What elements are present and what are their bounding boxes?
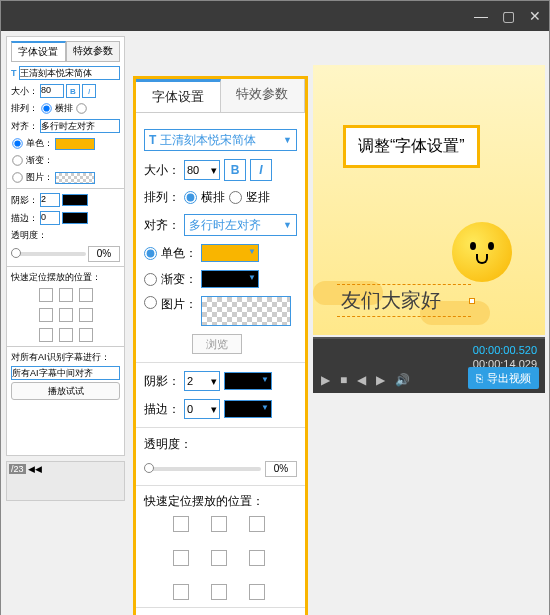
stroke-color[interactable] [224, 400, 272, 418]
play-icon[interactable]: ▶ [321, 373, 330, 387]
label-quickpos-big: 快速定位摆放的位置： [144, 493, 297, 510]
align-select[interactable]: 多行时左对齐▼ [184, 214, 297, 236]
label-solid: 单色： [26, 137, 53, 150]
pos-bc[interactable] [59, 328, 73, 342]
shadow-color[interactable] [224, 372, 272, 390]
pos-ml[interactable] [39, 308, 53, 322]
label-shadow: 阴影： [11, 194, 38, 207]
browse-button[interactable]: 浏览 [192, 334, 242, 354]
label-horiz: 横排 [55, 102, 73, 115]
small-size[interactable]: 80 [40, 84, 64, 98]
pos-mr-big[interactable] [249, 550, 265, 566]
subtitle-text[interactable]: 友们大家好 [337, 284, 471, 317]
small-vert-radio[interactable] [76, 103, 86, 113]
pos-bc-big[interactable] [211, 584, 227, 600]
label-allai: 对所有AI识别字幕进行： [11, 351, 120, 364]
small-solid-radio[interactable] [12, 138, 22, 148]
close-icon[interactable]: ✕ [529, 8, 541, 24]
position-grid [144, 516, 297, 600]
video-preview: 调整“字体设置” 友们大家好 [313, 65, 545, 335]
minimize-icon[interactable]: — [474, 8, 488, 24]
prev-icon[interactable]: ◀ [357, 373, 366, 387]
label-shadow-big: 阴影： [144, 373, 180, 390]
label-stroke: 描边： [11, 212, 38, 225]
image-swatch[interactable] [201, 296, 291, 326]
opacity-slider[interactable] [144, 467, 261, 471]
small-ai-align[interactable]: 所有AI字幕中间对齐 [11, 366, 120, 380]
label-gradient-big: 渐变： [161, 271, 197, 288]
pos-bl[interactable] [39, 328, 53, 342]
pos-br[interactable] [79, 328, 93, 342]
gradient-radio[interactable] [144, 273, 157, 286]
label-align-big: 对齐： [144, 217, 180, 234]
font-size-input[interactable]: 80▾ [184, 160, 220, 180]
bold-button[interactable]: B [66, 84, 80, 98]
label-align: 对齐： [11, 120, 38, 133]
label-quickpos: 快速定位摆放的位置： [11, 271, 120, 284]
label-image: 图片： [26, 171, 53, 184]
italic-button[interactable]: I [82, 84, 96, 98]
pos-tr-big[interactable] [249, 516, 265, 532]
pos-tc[interactable] [59, 288, 73, 302]
font-name: 王清刻本悦宋简体 [160, 133, 256, 147]
pos-mc[interactable] [59, 308, 73, 322]
big-font-panel: 字体设置 特效参数 T 王清刻本悦宋简体▼ 大小： 80▾ B I 排列： 横排… [133, 76, 308, 615]
label-image-big: 图片： [161, 296, 197, 313]
pos-ml-big[interactable] [173, 550, 189, 566]
small-stroke[interactable]: 0 [40, 211, 60, 225]
image-radio[interactable] [144, 296, 157, 309]
vert-radio[interactable] [229, 191, 242, 204]
small-opacity-slider[interactable] [11, 252, 86, 256]
italic-button-big[interactable]: I [250, 159, 272, 181]
volume-icon[interactable]: 🔊 [395, 373, 410, 387]
small-tab-fx[interactable]: 特效参数 [66, 41, 121, 61]
small-image-radio[interactable] [12, 172, 22, 182]
label-layout: 排列： [11, 102, 38, 115]
pos-mr[interactable] [79, 308, 93, 322]
small-shadow-color[interactable] [62, 194, 88, 206]
small-font-select[interactable]: 王清刻本悦宋简体 [19, 66, 121, 80]
gradient-swatch[interactable] [201, 270, 259, 288]
pos-bl-big[interactable] [173, 584, 189, 600]
next-icon[interactable]: ▶ [376, 373, 385, 387]
small-stroke-color[interactable] [62, 212, 88, 224]
bold-button-big[interactable]: B [224, 159, 246, 181]
pos-tc-big[interactable] [211, 516, 227, 532]
tab-fx-params[interactable]: 特效参数 [221, 79, 306, 112]
callout-box: 调整“字体设置” [343, 125, 480, 168]
pos-tl[interactable] [39, 288, 53, 302]
subtitle-handle[interactable] [469, 298, 475, 304]
label-stroke-big: 描边： [144, 401, 180, 418]
label-opacity-big: 透明度： [144, 436, 192, 453]
sun-character [440, 210, 525, 295]
label-vert-big: 竖排 [246, 189, 270, 206]
pos-mc-big[interactable] [211, 550, 227, 566]
stroke-input[interactable]: 0▾ [184, 399, 220, 419]
shadow-input[interactable]: 2▾ [184, 371, 220, 391]
small-shadow[interactable]: 2 [40, 193, 60, 207]
small-gradient-radio[interactable] [12, 155, 22, 165]
solid-radio[interactable] [144, 247, 157, 260]
small-image-swatch[interactable] [55, 172, 95, 184]
restore-icon[interactable]: ▢ [502, 8, 515, 24]
label-layout-big: 排列： [144, 189, 180, 206]
small-tab-font[interactable]: 字体设置 [11, 41, 66, 61]
small-opacity-value[interactable]: 0% [88, 246, 120, 262]
pos-tr[interactable] [79, 288, 93, 302]
small-solid-swatch[interactable] [55, 138, 95, 150]
stop-icon[interactable]: ■ [340, 373, 347, 387]
font-family-select[interactable]: T 王清刻本悦宋简体▼ [144, 129, 297, 151]
small-align[interactable]: 多行时左对齐 [40, 119, 120, 133]
pos-tl-big[interactable] [173, 516, 189, 532]
label-gradient: 渐变： [26, 154, 53, 167]
small-horiz-radio[interactable] [41, 103, 51, 113]
export-video-button[interactable]: ⎘导出视频 [468, 367, 539, 389]
opacity-value[interactable]: 0% [265, 461, 297, 477]
small-font-panel: 字体设置 特效参数 T王清刻本悦宋简体 大小：80BI 排列：横排 对齐：多行时… [6, 36, 125, 456]
horiz-radio[interactable] [184, 191, 197, 204]
pos-br-big[interactable] [249, 584, 265, 600]
tab-font-settings[interactable]: 字体设置 [136, 79, 221, 112]
solid-color-swatch[interactable] [201, 244, 259, 262]
label-size-big: 大小： [144, 162, 180, 179]
small-play-test[interactable]: 播放试试 [11, 382, 120, 400]
